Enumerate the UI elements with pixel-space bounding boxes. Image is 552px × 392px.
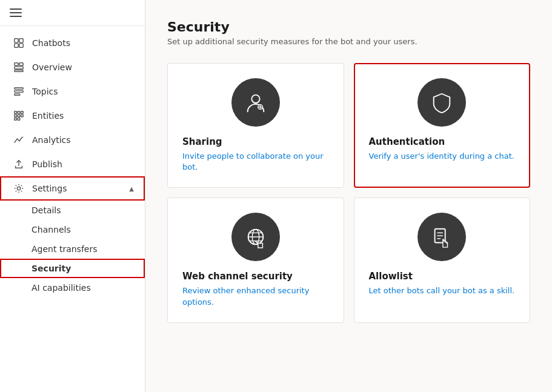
svg-rect-12 — [18, 111, 20, 114]
svg-rect-11 — [15, 111, 17, 114]
svg-rect-3 — [19, 44, 23, 47]
svg-point-21 — [17, 187, 20, 190]
analytics-icon — [13, 134, 25, 146]
svg-rect-7 — [15, 70, 23, 72]
page-title: Security — [167, 19, 530, 35]
sidebar-item-chatbots[interactable]: Chatbots — [0, 31, 145, 55]
sharing-card[interactable]: Sharing Invite people to collaborate on … — [167, 63, 344, 188]
allowlist-icon — [430, 225, 453, 248]
sidebar-sub-item-agent-transfers[interactable]: Agent transfers — [0, 239, 145, 259]
svg-rect-4 — [15, 63, 18, 66]
web-channel-security-card[interactable]: Web channel security Review other enhanc… — [167, 198, 344, 322]
svg-rect-13 — [21, 111, 24, 114]
sidebar-header — [0, 0, 145, 26]
svg-rect-16 — [21, 115, 24, 117]
allowlist-card[interactable]: Allowlist Let other bots call your bot a… — [354, 198, 531, 322]
sidebar-sub-item-details[interactable]: Details — [0, 201, 145, 220]
allowlist-card-icon-circle — [417, 213, 466, 261]
settings-icon — [13, 182, 25, 194]
svg-rect-1 — [19, 39, 23, 42]
svg-rect-6 — [15, 67, 23, 69]
sidebar-item-entities[interactable]: Entities — [0, 104, 145, 128]
web-channel-icon — [244, 225, 267, 248]
chatbots-label: Chatbots — [32, 38, 134, 48]
sidebar-item-publish[interactable]: Publish — [0, 152, 145, 176]
page-subtitle: Set up additional security measures for … — [167, 37, 530, 46]
sharing-icon — [244, 91, 267, 114]
authentication-card-desc: Verify a user's identity during a chat. — [369, 151, 514, 162]
sidebar-item-overview[interactable]: Overview — [0, 55, 145, 79]
main-content: Security Set up additional security meas… — [145, 0, 552, 392]
publish-label: Publish — [32, 159, 134, 169]
svg-rect-0 — [15, 39, 18, 42]
sharing-card-icon-circle — [231, 78, 280, 127]
authentication-card-icon-circle — [417, 78, 466, 127]
ai-capabilities-label: AI capabilities — [32, 283, 91, 293]
svg-rect-17 — [15, 118, 17, 121]
sidebar-nav: Chatbots Overview — [0, 26, 145, 392]
analytics-label: Analytics — [32, 135, 134, 145]
svg-rect-2 — [15, 44, 18, 47]
publish-icon — [13, 158, 25, 170]
svg-rect-10 — [15, 94, 20, 96]
details-label: Details — [32, 205, 61, 215]
overview-icon — [13, 61, 25, 73]
svg-rect-5 — [19, 63, 23, 66]
hamburger-menu-icon[interactable] — [10, 8, 22, 17]
web-channel-card-title: Web channel security — [182, 271, 293, 282]
authentication-card[interactable]: Authentication Verify a user's identity … — [354, 63, 531, 188]
entities-icon — [13, 110, 25, 122]
sidebar-item-topics[interactable]: Topics — [0, 79, 145, 104]
cards-grid: Sharing Invite people to collaborate on … — [167, 63, 530, 323]
web-channel-card-desc: Review other enhanced security options. — [182, 285, 329, 307]
allowlist-card-title: Allowlist — [369, 271, 413, 282]
authentication-icon — [430, 91, 453, 114]
sharing-card-title: Sharing — [182, 136, 222, 147]
settings-chevron: ▲ — [129, 185, 134, 192]
svg-rect-8 — [15, 88, 23, 90]
sidebar-sub-item-channels[interactable]: Channels — [0, 220, 145, 239]
chatbots-icon — [13, 37, 25, 49]
svg-rect-15 — [18, 115, 20, 117]
allowlist-card-desc: Let other bots call your bot as a skill. — [369, 285, 515, 296]
authentication-card-title: Authentication — [369, 136, 445, 147]
topics-label: Topics — [32, 87, 134, 96]
web-channel-card-icon-circle — [231, 213, 280, 261]
svg-rect-14 — [15, 115, 17, 117]
sidebar-item-settings[interactable]: Settings ▲ — [0, 176, 145, 201]
svg-point-22 — [251, 95, 259, 103]
sidebar-sub-item-security[interactable]: Security — [0, 259, 145, 278]
svg-rect-9 — [15, 91, 23, 93]
sidebar-item-analytics[interactable]: Analytics — [0, 128, 145, 152]
topics-icon — [13, 85, 25, 98]
sidebar-sub-item-ai-capabilities[interactable]: AI capabilities — [0, 278, 145, 297]
sharing-card-desc: Invite people to collaborate on your bot… — [182, 151, 329, 173]
agent-transfers-label: Agent transfers — [32, 244, 97, 254]
security-label: Security — [32, 264, 71, 273]
svg-rect-18 — [18, 118, 20, 121]
sidebar: Chatbots Overview — [0, 0, 145, 392]
overview-label: Overview — [32, 62, 134, 72]
settings-label: Settings — [32, 184, 122, 193]
channels-label: Channels — [32, 225, 71, 234]
entities-label: Entities — [32, 111, 134, 121]
